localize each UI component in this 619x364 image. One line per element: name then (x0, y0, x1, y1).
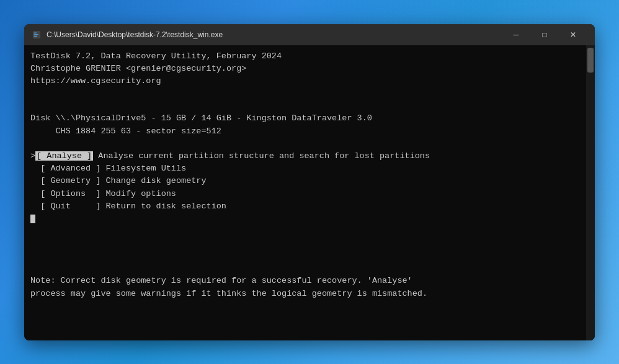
menu-analyse-row: >[ Analyse ] Analyse current partition s… (30, 150, 589, 162)
terminal-blank-3 (30, 138, 589, 150)
terminal-note-2: process may give some warnings if it thi… (30, 288, 589, 300)
menu-analyse-prefix: >[ Analyse ] (30, 150, 98, 162)
scrollbar-thumb[interactable] (587, 48, 594, 73)
svg-rect-1 (34, 32, 37, 33)
window-icon (32, 30, 42, 40)
svg-rect-3 (34, 35, 37, 36)
menu-quit: [ Quit ] Return to disk selection (30, 200, 589, 213)
terminal-chs-info: CHS 1884 255 63 - sector size=512 (30, 125, 589, 138)
terminal-window: C:\Users\David\Desktop\testdisk-7.2\test… (24, 24, 595, 340)
terminal-line-3: https://www.cgsecurity.org (30, 75, 589, 87)
minimize-button[interactable]: ─ (502, 24, 530, 45)
terminal-content: TestDisk 7.2, Data Recovery Utility, Feb… (24, 45, 595, 340)
cursor-icon (30, 215, 35, 223)
window-controls: ─ □ ✕ (502, 24, 587, 45)
terminal-line-2: Christophe GRENIER <grenier@cgsecurity.o… (30, 63, 589, 75)
menu-analyse-desc: Analyse current partition structure and … (98, 150, 430, 162)
scrollbar[interactable] (586, 45, 595, 340)
terminal-disk-info: Disk \\.\PhysicalDrive5 - 15 GB / 14 GiB… (30, 112, 589, 125)
menu-geometry: [ Geometry ] Change disk geometry (30, 175, 589, 187)
menu-advanced: [ Advanced ] Filesystem Utils (30, 162, 589, 175)
terminal-line-1: TestDisk 7.2, Data Recovery Utility, Feb… (30, 50, 589, 63)
terminal-blank-1 (30, 87, 589, 100)
title-bar: C:\Users\David\Desktop\testdisk-7.2\test… (24, 24, 595, 45)
svg-rect-2 (34, 34, 38, 35)
terminal-cursor-line (30, 213, 589, 225)
maximize-button[interactable]: □ (530, 24, 559, 45)
close-button[interactable]: ✕ (559, 24, 587, 45)
terminal-note-1: Note: Correct disk geometry is required … (30, 275, 589, 287)
menu-options: [ Options ] Modify options (30, 188, 589, 200)
window-title: C:\Users\David\Desktop\testdisk-7.2\test… (47, 30, 502, 39)
terminal-blank-2 (30, 100, 589, 112)
